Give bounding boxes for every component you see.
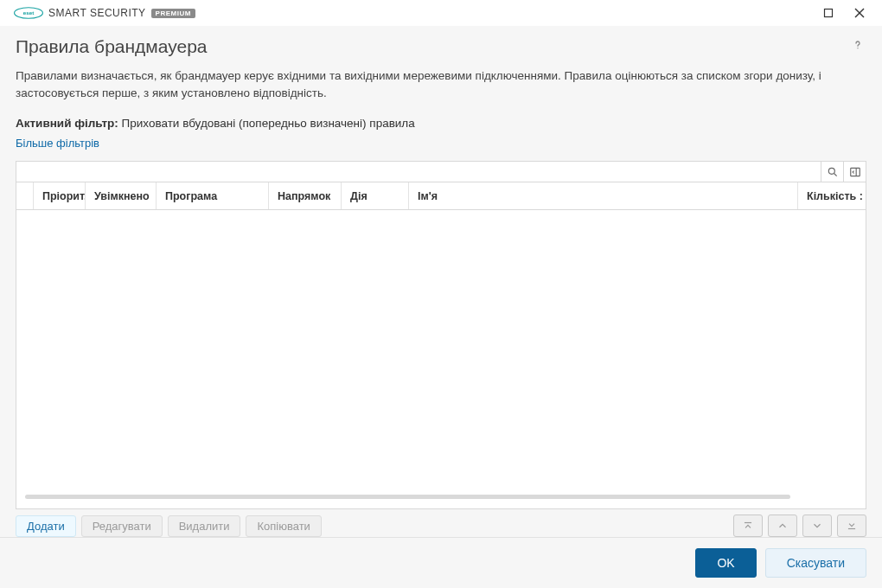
- col-expand[interactable]: [16, 182, 34, 209]
- help-button[interactable]: [851, 38, 865, 56]
- table-body: [16, 210, 866, 491]
- header-row: Правила брандмауера: [0, 26, 882, 64]
- edit-button[interactable]: Редагувати: [81, 515, 163, 537]
- cancel-button[interactable]: Скасувати: [765, 548, 866, 578]
- col-enabled[interactable]: Увімкнено: [86, 182, 157, 209]
- chevron-top-icon: [742, 520, 754, 532]
- chevron-down-icon: [811, 520, 823, 532]
- titlebar: eset SMART SECURITY PREMIUM: [0, 0, 882, 26]
- svg-line-8: [834, 173, 836, 176]
- close-icon: [854, 8, 865, 18]
- col-count[interactable]: Кількість :: [798, 182, 866, 209]
- page-title: Правила брандмауера: [16, 36, 208, 57]
- chevron-up-icon: [777, 520, 789, 532]
- close-button[interactable]: [844, 0, 875, 26]
- col-action[interactable]: Дія: [342, 182, 409, 209]
- col-program[interactable]: Програма: [157, 182, 269, 209]
- footer: OK Скасувати: [0, 537, 882, 588]
- svg-rect-2: [825, 10, 833, 17]
- more-filters-link[interactable]: Більше фільтрів: [16, 137, 99, 150]
- ok-button[interactable]: OK: [695, 548, 756, 578]
- columns-toggle-button[interactable]: [843, 162, 866, 182]
- horizontal-scrollbar[interactable]: [25, 491, 857, 503]
- delete-button[interactable]: Видалити: [168, 515, 241, 537]
- row-actions: Додати Редагувати Видалити Копіювати: [16, 514, 866, 537]
- help-icon: [851, 38, 865, 52]
- add-button[interactable]: Додати: [16, 515, 76, 537]
- move-up-button[interactable]: [768, 514, 797, 537]
- maximize-button[interactable]: [813, 0, 844, 26]
- active-filter-label: Активний фільтр:: [16, 117, 118, 130]
- svg-point-6: [857, 48, 858, 48]
- search-icon: [827, 166, 839, 178]
- panel-toggle-icon: [849, 166, 861, 178]
- chevron-bottom-icon: [846, 520, 858, 532]
- active-filter-value: Приховати вбудовані (попередньо визначен…: [122, 117, 415, 130]
- premium-badge: PREMIUM: [151, 9, 195, 18]
- brand-text: SMART SECURITY: [48, 7, 146, 19]
- eset-logo-icon: eset: [14, 7, 43, 19]
- search-button[interactable]: [821, 162, 843, 182]
- table-toolbar: [16, 162, 866, 182]
- rules-table: Пріорит... Увімкнено Програма Напрямок Д…: [16, 161, 866, 509]
- brand: eset SMART SECURITY PREMIUM: [14, 7, 195, 19]
- move-top-button[interactable]: [733, 514, 763, 537]
- table-header: Пріорит... Увімкнено Програма Напрямок Д…: [16, 182, 866, 210]
- scrollbar-thumb[interactable]: [25, 495, 790, 499]
- maximize-icon: [823, 8, 834, 18]
- move-down-button[interactable]: [802, 514, 832, 537]
- active-filter-line: Активний фільтр: Приховати вбудовані (по…: [0, 112, 882, 131]
- content: Правила брандмауера Правилами визначаєть…: [0, 26, 882, 588]
- col-direction[interactable]: Напрямок: [269, 182, 342, 209]
- svg-point-7: [828, 168, 834, 174]
- copy-button[interactable]: Копіювати: [246, 515, 321, 537]
- col-name[interactable]: Ім'я: [409, 182, 798, 209]
- col-priority[interactable]: Пріорит...: [34, 182, 86, 209]
- move-bottom-button[interactable]: [837, 514, 866, 537]
- svg-text:eset: eset: [23, 10, 34, 16]
- description: Правилами визначається, як брандмауер ке…: [0, 64, 882, 112]
